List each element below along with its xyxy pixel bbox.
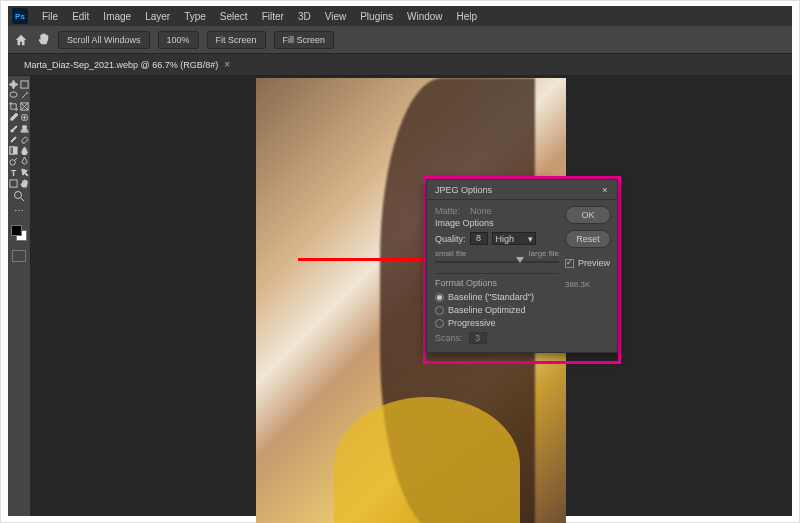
quality-preset-select[interactable]: High ▾: [492, 232, 536, 245]
ok-button[interactable]: OK: [565, 206, 611, 224]
menu-plugins[interactable]: Plugins: [354, 9, 399, 24]
hand-tool-icon: [36, 32, 50, 48]
svg-point-8: [15, 192, 22, 199]
preview-checkbox[interactable]: Preview: [565, 258, 611, 268]
opt-fit-screen[interactable]: Fit Screen: [207, 31, 266, 49]
radio-progressive[interactable]: Progressive: [435, 318, 559, 328]
scans-input: 3: [469, 332, 487, 344]
eyedropper-tool-icon[interactable]: [9, 113, 18, 122]
blur-tool-icon[interactable]: [20, 146, 29, 155]
preview-label: Preview: [578, 258, 610, 268]
jpeg-options-dialog: JPEG Options × Matte: None Image Options…: [426, 179, 618, 353]
toolbar: T ⋯: [8, 76, 30, 516]
home-icon[interactable]: [14, 33, 28, 47]
options-bar: Scroll All Windows 100% Fit Screen Fill …: [8, 26, 792, 54]
document-tab-label: Marta_Diaz-Sep_2021.webp @ 66.7% (RGB/8#…: [24, 60, 218, 70]
slider-large-label: large file: [529, 249, 559, 258]
filesize-text: 386.3K: [565, 280, 611, 289]
artboard-tool-icon[interactable]: [20, 80, 29, 89]
path-select-icon[interactable]: [20, 168, 29, 177]
scans-label: Scans:: [435, 333, 463, 343]
section-format-options: Format Options: [435, 278, 559, 288]
document-tab[interactable]: Marta_Diaz-Sep_2021.webp @ 66.7% (RGB/8#…: [16, 56, 238, 73]
color-swatches[interactable]: [10, 224, 28, 242]
pen-tool-icon[interactable]: [20, 157, 29, 166]
chevron-down-icon: ▾: [528, 234, 533, 244]
radio-baseline-standard-label: Baseline ("Standard"): [448, 292, 534, 302]
crop-tool-icon[interactable]: [9, 102, 18, 111]
wand-tool-icon[interactable]: [20, 91, 29, 100]
opt-fill-screen[interactable]: Fill Screen: [274, 31, 335, 49]
radio-icon: [435, 293, 444, 302]
radio-baseline-optimized[interactable]: Baseline Optimized: [435, 305, 559, 315]
matte-label: Matte:: [435, 206, 460, 216]
reset-button[interactable]: Reset: [565, 230, 611, 248]
quality-input[interactable]: 8: [470, 232, 488, 245]
move-tool-icon[interactable]: [9, 80, 18, 89]
canvas-area: JPEG Options × Matte: None Image Options…: [30, 76, 792, 516]
quality-label: Quality:: [435, 234, 466, 244]
slider-small-label: small file: [435, 249, 466, 258]
radio-icon: [435, 306, 444, 315]
opt-100[interactable]: 100%: [158, 31, 199, 49]
menu-select[interactable]: Select: [214, 9, 254, 24]
menu-3d[interactable]: 3D: [292, 9, 317, 24]
dodge-tool-icon[interactable]: [9, 157, 18, 166]
menu-filter[interactable]: Filter: [256, 9, 290, 24]
heal-tool-icon[interactable]: [20, 113, 29, 122]
close-icon[interactable]: ×: [224, 59, 230, 70]
gradient-tool-icon[interactable]: [9, 146, 18, 155]
section-image-options: Image Options: [435, 218, 559, 228]
zoom-tool-icon[interactable]: [10, 190, 28, 202]
stamp-tool-icon[interactable]: [20, 124, 29, 133]
svg-rect-0: [21, 81, 28, 88]
annotation-highlight-box: JPEG Options × Matte: None Image Options…: [423, 176, 621, 364]
radio-progressive-label: Progressive: [448, 318, 496, 328]
menu-file[interactable]: File: [36, 9, 64, 24]
radio-baseline-optimized-label: Baseline Optimized: [448, 305, 526, 315]
annotation-arrow-icon: [298, 254, 438, 264]
checkbox-icon: [565, 259, 574, 268]
app-logo-icon: Ps: [12, 8, 28, 24]
dialog-title: JPEG Options: [435, 185, 492, 195]
svg-point-1: [10, 92, 17, 97]
lasso-tool-icon[interactable]: [9, 91, 18, 100]
quality-preset-value: High: [496, 234, 515, 244]
menu-layer[interactable]: Layer: [139, 9, 176, 24]
document-tabs: Marta_Diaz-Sep_2021.webp @ 66.7% (RGB/8#…: [8, 54, 792, 76]
quality-slider[interactable]: small file large file: [435, 249, 559, 269]
eraser-tool-icon[interactable]: [20, 135, 29, 144]
radio-icon: [435, 319, 444, 328]
menu-edit[interactable]: Edit: [66, 9, 95, 24]
quick-mask-icon[interactable]: [12, 250, 26, 262]
slider-thumb[interactable]: [516, 257, 524, 263]
svg-rect-7: [10, 180, 17, 187]
menu-bar: Ps File Edit Image Layer Type Select Fil…: [8, 6, 792, 26]
close-icon[interactable]: ×: [597, 182, 613, 198]
menu-window[interactable]: Window: [401, 9, 449, 24]
menu-view[interactable]: View: [319, 9, 353, 24]
opt-scroll-all[interactable]: Scroll All Windows: [58, 31, 150, 49]
hand-tool-icon[interactable]: [20, 179, 29, 188]
radio-baseline-standard[interactable]: Baseline ("Standard"): [435, 292, 559, 302]
menu-type[interactable]: Type: [178, 9, 212, 24]
frame-tool-icon[interactable]: [20, 102, 29, 111]
menu-help[interactable]: Help: [451, 9, 484, 24]
shape-tool-icon[interactable]: [9, 179, 18, 188]
more-tools-icon[interactable]: ⋯: [10, 204, 28, 216]
type-tool-icon[interactable]: T: [9, 168, 18, 177]
svg-rect-5: [10, 147, 14, 154]
menu-image[interactable]: Image: [97, 9, 137, 24]
history-brush-icon[interactable]: [9, 135, 18, 144]
matte-value[interactable]: None: [470, 206, 492, 216]
brush-tool-icon[interactable]: [9, 124, 18, 133]
